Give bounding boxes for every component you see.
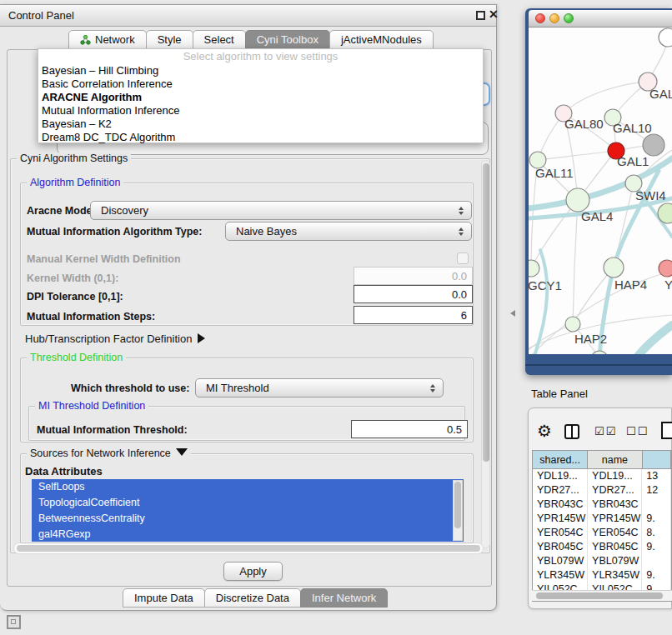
table-row[interactable]: YLR345W YLR345W 9.: [533, 568, 671, 582]
mi-threshold-input[interactable]: [351, 420, 468, 438]
kernel-width-input[interactable]: [354, 267, 473, 285]
table-row[interactable]: YER054C YER054C 8.: [533, 526, 671, 540]
mi-type-label: Mutual Information Algorithm Type:: [27, 226, 202, 238]
node-label: HAP2: [574, 332, 607, 346]
dropdown-item[interactable]: Mutual Information Inference: [38, 104, 483, 118]
tab-label: Network: [95, 33, 135, 46]
node-label: GCY1: [529, 278, 562, 292]
node-label: Y: [664, 278, 672, 292]
threshold-definition-title: Threshold Definition: [27, 352, 126, 363]
dropdown-item[interactable]: Basic Correlation Inference: [38, 78, 483, 91]
close-icon[interactable]: ✕: [489, 8, 499, 21]
column-header[interactable]: name: [588, 451, 642, 469]
close-traffic-light[interactable]: [535, 13, 545, 23]
column-header[interactable]: [643, 451, 671, 469]
table-row[interactable]: YBR045C YBR045C 9.: [533, 540, 671, 554]
float-window-icon[interactable]: [476, 11, 485, 20]
tab-impute-data[interactable]: Impute Data: [123, 588, 205, 608]
dropdown-item-selected[interactable]: ARACNE Algorithm: [38, 91, 483, 104]
column-header[interactable]: shared...: [533, 451, 588, 469]
stepper-icon: [459, 228, 464, 236]
gear-icon[interactable]: ⚙: [537, 421, 552, 441]
aracne-mode-label: Aracne Mode:: [27, 205, 96, 217]
table-horizontal-scroll-thumb[interactable]: [536, 592, 663, 599]
sources-group-title[interactable]: Sources for Network Inference: [27, 448, 191, 459]
tab-cyni-toolbox[interactable]: Cyni Toolbox: [245, 30, 330, 49]
node[interactable]: [591, 351, 608, 354]
list-item[interactable]: gal4RGexp: [32, 527, 464, 542]
mi-type-value: Naive Bayes: [236, 225, 297, 238]
node-label: GAL4: [581, 209, 613, 223]
collapse-down-icon: [176, 448, 188, 456]
node-label: SWI4: [635, 188, 666, 202]
node-label: HAP4: [614, 278, 647, 292]
data-attributes-label: Data Attributes: [25, 465, 103, 478]
node-gray[interactable]: [643, 134, 664, 156]
network-graph[interactable]: GAL GAL80 GAL10 GAL1 GAL11 SWI4 GAL4 GCY…: [529, 28, 672, 354]
document-icon[interactable]: [661, 422, 672, 439]
mi-steps-input[interactable]: [354, 306, 473, 324]
node-gal4[interactable]: [566, 188, 589, 212]
node-label: GAL: [649, 87, 672, 101]
dropdown-item[interactable]: Bayesian – Hill Climbing: [38, 64, 483, 78]
node-gcy1[interactable]: [529, 260, 539, 277]
tab-discretize-data[interactable]: Discretize Data: [204, 588, 301, 608]
list-scroll-thumb[interactable]: [454, 482, 461, 528]
tab-style[interactable]: Style: [146, 30, 193, 49]
list-item[interactable]: TopologicalCoefficient: [32, 495, 464, 511]
dropdown-placeholder: Select algorithm to view settings: [38, 49, 483, 64]
which-threshold-value: MI Threshold: [206, 382, 269, 394]
node-label: GAL80: [564, 117, 604, 131]
table-row[interactable]: YPR145W YPR145W 9.: [533, 512, 671, 526]
mi-threshold-label: Mutual Information Threshold:: [37, 424, 188, 436]
columns-icon[interactable]: [564, 424, 579, 439]
table-row[interactable]: YDR27... YDR27... 12: [533, 483, 671, 498]
node-hap4[interactable]: [604, 258, 624, 278]
control-panel-titlebar: [0, 5, 496, 27]
dropdown-item[interactable]: Dream8 DC_TDC Algorithm: [38, 131, 483, 144]
node-label: GAL1: [617, 154, 649, 168]
minimize-traffic-light[interactable]: [549, 13, 559, 23]
which-threshold-select[interactable]: MI Threshold: [195, 378, 444, 398]
node[interactable]: [659, 28, 672, 47]
mi-type-select[interactable]: Naive Bayes: [225, 222, 472, 241]
stepper-icon: [430, 384, 435, 392]
list-item[interactable]: BetweennessCentrality: [32, 511, 464, 527]
control-panel-title: Control Panel: [8, 5, 74, 27]
tab-infer-network[interactable]: Infer Network: [300, 588, 388, 608]
manual-kernel-checkbox[interactable]: [457, 252, 469, 264]
node-hap2[interactable]: [565, 317, 580, 332]
bottom-tabs: Impute Data Discretize Data Infer Networ…: [123, 588, 387, 608]
dpi-tolerance-input[interactable]: [354, 285, 473, 303]
select-all-icon[interactable]: ☑☑: [594, 425, 617, 438]
table-row[interactable]: YBL079W YBL079W: [533, 554, 671, 568]
apply-button[interactable]: Apply: [223, 562, 283, 581]
screen: Control Panel ✕ Network Style Select Cyn…: [0, 0, 672, 635]
hub-definition-toggle[interactable]: Hub/Transcription Factor Definition: [25, 332, 205, 345]
dpi-tolerance-label: DPI Tolerance [0,1]:: [27, 291, 123, 302]
settings-horizontal-scroll-thumb[interactable]: [17, 545, 480, 552]
zoom-traffic-light[interactable]: [564, 13, 574, 23]
window-frame-seam: [525, 364, 672, 366]
aracne-mode-value: Discovery: [101, 204, 148, 217]
table-row[interactable]: YBR043C YBR043C: [533, 498, 671, 512]
dropdown-item[interactable]: Bayesian – K2: [38, 118, 483, 131]
data-attributes-list[interactable]: SelfLoops TopologicalCoefficient Between…: [32, 479, 464, 542]
control-panel-tabs: Network Style Select Cyni Toolbox jActiv…: [68, 30, 433, 49]
table-panel-title: Table Panel: [531, 388, 588, 400]
node-label: GAL10: [613, 121, 652, 135]
minimized-panel-icon[interactable]: [7, 615, 21, 629]
stepper-icon: [459, 207, 464, 215]
attribute-table[interactable]: shared... name YDL19... YDL19... 13 YDR2…: [532, 450, 672, 602]
node-salmon[interactable]: [659, 260, 672, 277]
which-threshold-label: Which threshold to use:: [71, 382, 189, 394]
deselect-all-icon[interactable]: ☐☐: [626, 425, 649, 438]
tab-jactivemnodules[interactable]: jActiveMNodules: [329, 30, 434, 49]
tab-network[interactable]: Network: [68, 30, 147, 49]
settings-vertical-scroll-thumb[interactable]: [483, 163, 489, 462]
list-item[interactable]: SelfLoops: [32, 479, 464, 495]
aracne-mode-select[interactable]: Discovery: [90, 201, 472, 220]
tab-select[interactable]: Select: [193, 30, 246, 49]
table-row[interactable]: YDL19... YDL19... 13: [533, 469, 671, 483]
splitter-handle-icon[interactable]: [510, 310, 515, 317]
